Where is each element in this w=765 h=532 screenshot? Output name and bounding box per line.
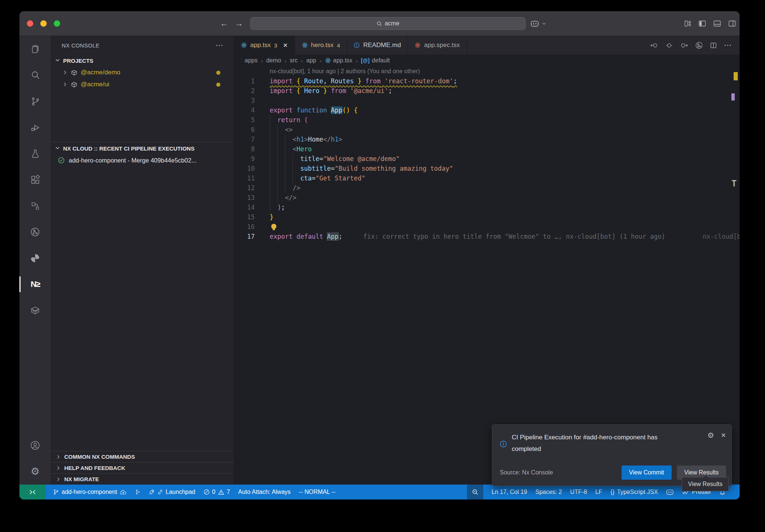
- code-editor[interactable]: nx-cloud[bot], 1 hour ago | 2 authors (Y…: [234, 66, 740, 485]
- statusbar-item[interactable]: [666, 489, 674, 495]
- indent-guide: [277, 144, 285, 154]
- breadcrumb-separator: ›: [320, 58, 322, 64]
- line-number: 3: [234, 96, 255, 105]
- notification-close-icon[interactable]: ✕: [721, 432, 726, 439]
- tab-hero.tsx[interactable]: hero.tsx4: [295, 36, 347, 55]
- tab-README.md[interactable]: README.md: [347, 36, 408, 55]
- minimize-window-button[interactable]: [40, 21, 47, 27]
- statusbar-item[interactable]: Spaces: 2: [535, 489, 562, 495]
- breadcrumb-item[interactable]: src: [290, 57, 298, 64]
- toggle-panel-icon[interactable]: [713, 21, 721, 27]
- statusbar-item[interactable]: Launchpad: [149, 489, 195, 495]
- breadcrumb-item[interactable]: app.tsx: [325, 57, 353, 64]
- notification-settings-icon[interactable]: ⚙: [707, 431, 714, 440]
- statusbar-item[interactable]: Auto Attach: Always: [238, 489, 291, 495]
- statusbar-item[interactable]: UTF-8: [570, 489, 587, 495]
- nav-back-icon[interactable]: [650, 42, 658, 49]
- activity-item-source-control[interactable]: [19, 88, 51, 114]
- code-text: title="Welcome @acme/demo": [255, 154, 400, 164]
- line-number: 5: [234, 115, 255, 125]
- breadcrumb-label: app.tsx: [333, 57, 353, 64]
- more-icon[interactable]: ⋯: [724, 41, 732, 50]
- copilot-chevron-icon[interactable]: [542, 21, 546, 26]
- cloud-up-icon: [120, 489, 127, 495]
- collapsed-section-nx-migrate[interactable]: NX MIGRATE: [51, 473, 234, 485]
- copilot-icon[interactable]: [530, 20, 539, 27]
- activity-item-cloud-swirl[interactable]: [19, 245, 51, 271]
- nav-forward-icon[interactable]: [680, 42, 688, 49]
- sidebar-title: NX CONSOLE: [62, 42, 99, 49]
- breadcrumb-label: src: [290, 57, 298, 64]
- view-commit-button[interactable]: View Commit: [622, 466, 672, 480]
- token: [300, 87, 304, 95]
- breadcrumb-item[interactable]: [@]default: [361, 57, 390, 64]
- statusbar-text: TypeScript JSX: [617, 489, 658, 495]
- breadcrumb-item[interactable]: app: [306, 57, 316, 64]
- statusbar-item[interactable]: -- NORMAL --: [299, 489, 335, 495]
- line-number: 9: [234, 154, 255, 164]
- sidebar-more-actions[interactable]: ⋯: [216, 41, 223, 50]
- pipeline-execution-item[interactable]: add-hero-component - Merge 409b44e5cb02.…: [51, 154, 234, 166]
- breadcrumb-separator: ›: [285, 58, 287, 64]
- history-back-button[interactable]: ←: [220, 19, 228, 28]
- customize-layout-icon[interactable]: [684, 21, 691, 27]
- code-line: 15}: [234, 212, 740, 222]
- line-number: 4: [234, 105, 255, 115]
- project-tree-item[interactable]: @acme/demo: [51, 66, 234, 78]
- history-forward-button[interactable]: →: [235, 19, 243, 28]
- activity-item-search[interactable]: [19, 62, 51, 88]
- activity-item-account[interactable]: [19, 432, 51, 458]
- close-window-button[interactable]: [27, 21, 33, 27]
- code-line: 17export default App;fix: correct typo i…: [234, 232, 740, 241]
- tab-close-icon[interactable]: ✕: [283, 42, 288, 49]
- statusbar-item[interactable]: 07: [204, 489, 230, 495]
- lightbulb-icon[interactable]: [271, 224, 276, 229]
- statusbar-item[interactable]: [135, 489, 140, 495]
- toggle-secondary-sidebar-icon[interactable]: [728, 21, 736, 27]
- breadcrumb-label: app: [306, 57, 316, 64]
- nav-circle-icon[interactable]: [665, 42, 673, 49]
- activity-item-project-graph[interactable]: [19, 219, 51, 245]
- section-nx-cloud[interactable]: NX CLOUD :: RECENT CI PIPELINE EXECUTION…: [51, 142, 234, 154]
- overview-ruler-change-mark: [731, 93, 735, 100]
- info-icon: [354, 42, 360, 48]
- token: '@acme/ui': [350, 87, 388, 95]
- remote-indicator[interactable]: [19, 485, 46, 499]
- toggle-sidebar-icon[interactable]: [699, 21, 706, 27]
- react-icon: [241, 42, 247, 48]
- maximize-window-button[interactable]: [54, 21, 60, 27]
- activity-item-extensions[interactable]: [19, 167, 51, 193]
- statusbar-item[interactable]: LF: [595, 489, 603, 495]
- nx-graph-icon[interactable]: [695, 41, 703, 49]
- tab-app.spec.tsx[interactable]: app.spec.tsx: [408, 36, 467, 55]
- activity-item-container[interactable]: [19, 297, 51, 324]
- react-icon: [415, 42, 421, 48]
- breadcrumb-item[interactable]: demo: [266, 57, 281, 64]
- activity-item-settings[interactable]: ⚙: [19, 458, 51, 485]
- project-tree-item[interactable]: @acme/ui: [51, 78, 234, 90]
- token: export: [270, 106, 292, 114]
- collapsed-section-common-nx-commands[interactable]: COMMON NX COMMANDS: [51, 451, 234, 462]
- zoom-status-item[interactable]: [467, 485, 483, 499]
- chevron-down-icon: [55, 58, 60, 64]
- run-debug-icon: [30, 123, 40, 133]
- tab-app.tsx[interactable]: app.tsx3✕: [234, 36, 295, 55]
- statusbar-item[interactable]: add-hero-component: [53, 489, 127, 495]
- statusbar-item[interactable]: Ln 17, Col 19: [492, 489, 527, 495]
- split-editor-icon[interactable]: [710, 42, 717, 49]
- sidebar-header: NX CONSOLE ⋯: [51, 36, 234, 55]
- command-center-search[interactable]: acme: [250, 17, 526, 30]
- breadcrumb-item[interactable]: apps: [245, 57, 258, 64]
- collapsed-section-help-and-feedback[interactable]: HELP AND FEEDBACK: [51, 462, 234, 473]
- statusbar-text: UTF-8: [570, 489, 587, 495]
- source-control-icon: [30, 96, 40, 106]
- symbol-icon: [@]: [361, 58, 369, 64]
- statusbar-item[interactable]: {}TypeScript JSX: [610, 489, 658, 495]
- section-projects[interactable]: PROJECTS: [51, 55, 234, 66]
- activity-item-explorer[interactable]: [19, 36, 51, 62]
- activity-item-testing[interactable]: [19, 140, 51, 167]
- activity-item-run-debug[interactable]: [19, 114, 51, 140]
- activity-item-nx-console[interactable]: N≥: [19, 271, 51, 297]
- activity-item-references[interactable]: [19, 193, 51, 219]
- line-number: 12: [234, 183, 255, 193]
